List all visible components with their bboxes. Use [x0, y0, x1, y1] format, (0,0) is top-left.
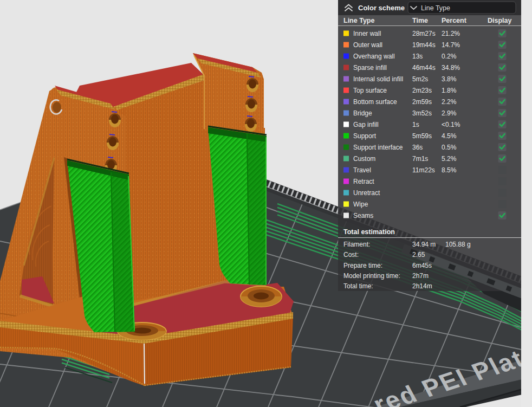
svg-text:Seams: Seams — [353, 212, 373, 219]
svg-text:1.8%: 1.8% — [442, 87, 457, 94]
svg-text:1s: 1s — [412, 121, 419, 128]
svg-text:36s: 36s — [412, 144, 423, 151]
svg-text:Filament:: Filament: — [343, 241, 370, 248]
svg-text:6m45s: 6m45s — [412, 262, 432, 269]
svg-text:3.8%: 3.8% — [442, 75, 457, 83]
svg-text:Internal solid infill: Internal solid infill — [353, 75, 403, 83]
svg-text:Display: Display — [488, 17, 512, 24]
svg-text:Support: Support — [353, 132, 377, 140]
svg-text:21.2%: 21.2% — [442, 30, 460, 37]
svg-text:Inner wall: Inner wall — [353, 30, 381, 37]
svg-text:Overhang wall: Overhang wall — [353, 53, 395, 60]
svg-text:3m52s: 3m52s — [412, 109, 432, 117]
svg-text:5.2%: 5.2% — [442, 155, 457, 163]
svg-text:46m44s: 46m44s — [412, 64, 436, 72]
svg-text:7m1s: 7m1s — [412, 155, 428, 163]
svg-text:13s: 13s — [412, 53, 423, 60]
svg-text:Total estimation: Total estimation — [343, 228, 395, 236]
svg-text:Custom: Custom — [353, 155, 375, 163]
svg-text:Unretract: Unretract — [353, 189, 380, 197]
svg-text:5m2s: 5m2s — [412, 75, 428, 83]
svg-text:34.8%: 34.8% — [442, 64, 460, 72]
svg-text:Bridge: Bridge — [353, 109, 372, 117]
svg-text:14.7%: 14.7% — [442, 41, 460, 49]
svg-text:Line Type: Line Type — [343, 17, 374, 24]
svg-text:Bottom surface: Bottom surface — [353, 98, 397, 106]
svg-text:0.2%: 0.2% — [442, 53, 457, 60]
svg-text:Travel: Travel — [353, 166, 371, 174]
svg-text:5m59s: 5m59s — [412, 132, 432, 140]
svg-text:Sparse infill: Sparse infill — [353, 64, 387, 72]
svg-text:Percent: Percent — [442, 17, 467, 24]
svg-text:Time: Time — [412, 17, 428, 24]
svg-text:Color scheme: Color scheme — [358, 4, 405, 12]
svg-text:8.5%: 8.5% — [442, 166, 457, 174]
svg-text:Top surface: Top surface — [353, 87, 387, 94]
svg-text:105.88 g: 105.88 g — [445, 241, 471, 248]
svg-text:Model printing time:: Model printing time: — [343, 272, 400, 280]
svg-text:0.5%: 0.5% — [442, 144, 457, 151]
svg-text:Gap infill: Gap infill — [353, 121, 379, 128]
svg-text:Support interface: Support interface — [353, 144, 403, 151]
svg-text:2h7m: 2h7m — [412, 272, 429, 280]
svg-text:2.65: 2.65 — [412, 251, 425, 259]
svg-text:28m27s: 28m27s — [412, 30, 436, 37]
svg-text:<0.1%: <0.1% — [442, 121, 460, 128]
svg-text:Total time:: Total time: — [343, 282, 373, 290]
svg-text:34.94 m: 34.94 m — [412, 241, 436, 248]
svg-text:11m22s: 11m22s — [412, 166, 435, 174]
svg-text:Cost:: Cost: — [343, 251, 359, 259]
svg-text:4.5%: 4.5% — [442, 132, 457, 140]
svg-text:Retract: Retract — [353, 178, 374, 185]
svg-text:2.9%: 2.9% — [442, 109, 457, 117]
svg-text:Line Type: Line Type — [421, 4, 450, 12]
svg-text:19m44s: 19m44s — [412, 41, 436, 49]
svg-text:Prepare time:: Prepare time: — [343, 262, 382, 269]
svg-text:2m23s: 2m23s — [412, 87, 432, 94]
svg-text:2.2%: 2.2% — [442, 98, 457, 106]
svg-text:Wipe: Wipe — [353, 201, 368, 208]
svg-text:2m59s: 2m59s — [412, 98, 432, 106]
svg-text:Outer wall: Outer wall — [353, 41, 382, 49]
svg-text:2h14m: 2h14m — [412, 282, 432, 290]
